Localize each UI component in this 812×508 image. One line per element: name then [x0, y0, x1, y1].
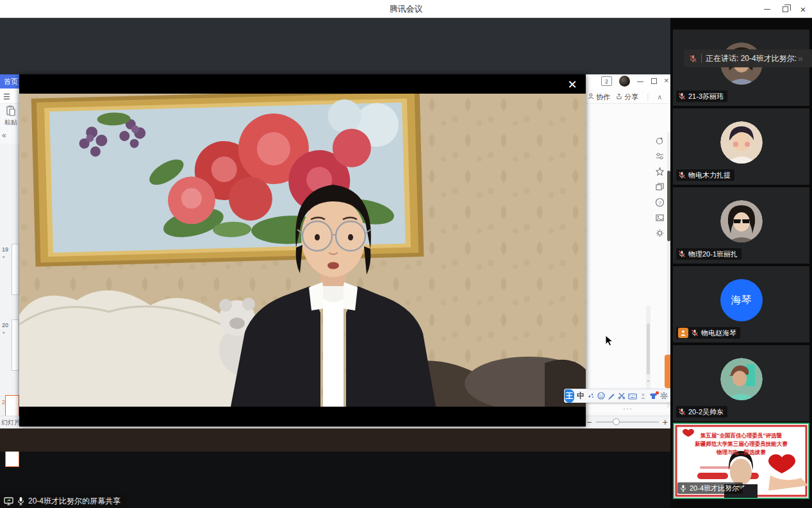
ime-skin-icon[interactable]	[649, 393, 658, 400]
banner-mic-icon	[17, 496, 24, 505]
shared-taskbar: 7°C 多云 W ∧ 中	[0, 428, 670, 452]
inner-scrollbar-thumb[interactable]	[647, 323, 650, 375]
speaking-toast: 正在讲话: 20-4班才比努尔: »	[684, 49, 812, 67]
ime-mode-toggle[interactable]: 中	[577, 391, 584, 402]
avatar	[720, 200, 763, 242]
floating-pen-tool[interactable]	[665, 355, 670, 388]
participant-name: 物理20-1班丽扎	[688, 250, 738, 259]
slide-thumbnail-panel: 19 * 20 * 21	[0, 144, 19, 416]
window-minimize-button[interactable]	[758, 0, 776, 18]
name-badge: 21-3苏丽玮	[676, 90, 727, 102]
toast-text: 正在讲话: 20-4班才比努尔:	[706, 53, 797, 64]
ime-voice-icon[interactable]	[587, 392, 595, 400]
collab-label[interactable]: 协作	[588, 92, 610, 102]
ppt-close-icon[interactable]: ×	[664, 76, 669, 85]
slide-number: 20	[2, 322, 8, 328]
toast-divider	[701, 54, 702, 63]
name-badge: 物理20-1班丽扎	[676, 248, 742, 260]
window-restore-button[interactable]	[776, 0, 794, 18]
ppt-side-toolbar: ?	[653, 136, 666, 238]
screen-share-banner: 20-4班才比努尔的屏幕共享	[0, 494, 127, 508]
ime-settings-icon[interactable]	[660, 392, 668, 400]
toast-chevron-icon: »	[798, 53, 803, 64]
participant-name: 物电赵海琴	[701, 328, 736, 338]
name-badge: 20-2吴帅东	[676, 406, 727, 418]
more-ellipsis[interactable]: ···	[623, 404, 633, 413]
close-icon: ×	[800, 4, 806, 14]
slide-thumbnail[interactable]	[12, 319, 19, 371]
participant-tile[interactable]: 20-2吴帅东	[673, 345, 809, 421]
svg-text:?: ?	[658, 200, 661, 206]
share-banner-text: 20-4班才比努尔的屏幕共享	[28, 496, 120, 507]
mic-muted-icon	[678, 92, 686, 100]
collab-person-icon	[588, 93, 594, 99]
help-icon[interactable]: ?	[655, 198, 665, 207]
adjust-sliders-icon[interactable]	[655, 151, 665, 161]
zoom-slider[interactable]	[596, 421, 659, 423]
collapse-ribbon-icon[interactable]: ∧	[657, 93, 662, 101]
tencent-meeting-window: 腾讯会议 × 首页 ☰ 粘贴 « 19 * 20 * 21 2 ×	[0, 0, 812, 508]
zoom-control: − +	[587, 417, 668, 427]
participant-tile-speaking[interactable]: ​ ​ ​ 第五届“全国百佳心理委员”评选暨 新疆师范大学第三届心理委员技能大赛…	[673, 423, 809, 499]
ime-scissors-icon[interactable]	[618, 392, 626, 400]
hand-raised-badge	[678, 328, 688, 338]
ime-logo-icon[interactable]: 王	[565, 389, 574, 403]
participant-tile[interactable]: 21-3苏丽玮	[673, 30, 809, 106]
avatar-text: 海琴	[720, 279, 763, 321]
paste-icon	[6, 105, 16, 117]
zoom-in-icon[interactable]: +	[663, 417, 668, 427]
name-badge: 物电赵海琴	[676, 327, 740, 339]
video-close-button[interactable]: ✕	[564, 77, 581, 92]
share-arrow-icon	[616, 93, 622, 99]
more-menu-icon[interactable]: ⋮	[644, 93, 651, 101]
ime-keyboard-icon[interactable]	[628, 393, 637, 400]
zoom-slider-thumb[interactable]	[613, 418, 620, 425]
ppt-account-avatar[interactable]	[619, 76, 630, 87]
window-close-button[interactable]: ×	[794, 0, 812, 18]
participants-panel: 21-3苏丽玮 物电木力扎提 物理20-1班丽扎 海琴	[670, 18, 812, 508]
paste-button[interactable]: 粘贴	[1, 105, 21, 127]
toast-mic-icon	[689, 55, 697, 63]
ppt-restore-icon[interactable]	[651, 78, 657, 84]
laser-tool-icon[interactable]	[655, 136, 665, 146]
mic-muted-icon	[678, 408, 686, 416]
mic-muted-icon	[678, 250, 686, 258]
avatar	[720, 358, 763, 400]
ime-person-icon[interactable]	[640, 393, 647, 400]
name-badge: 物电木力扎提	[676, 169, 734, 181]
mic-on-icon	[679, 484, 687, 492]
slide-thumbnail[interactable]	[12, 244, 19, 295]
mic-muted-icon	[691, 329, 699, 337]
mic-muted-icon	[678, 171, 686, 179]
name-badge: 20-4班才比努尔	[677, 482, 743, 494]
participant-name: 20-2吴帅东	[688, 407, 724, 417]
share-label[interactable]: 分享	[616, 92, 638, 102]
layout-layers-icon[interactable]	[655, 182, 665, 192]
participant-tile[interactable]: 物电木力扎提	[673, 108, 809, 185]
effects-star-icon[interactable]	[655, 167, 665, 176]
floating-video-window: ✕	[19, 74, 586, 427]
participant-name: 20-4班才比努尔	[690, 484, 739, 493]
settings-gear-icon[interactable]	[655, 228, 665, 238]
zoom-out-icon[interactable]: −	[587, 418, 592, 427]
mouse-cursor	[605, 335, 613, 347]
slide-title-lines: 第五届“全国百佳心理委员”评选暨 新疆师范大学第三届心理委员技能大赛 物理与电……	[674, 432, 808, 457]
inner-scrollbar[interactable]	[646, 305, 650, 389]
slide-star: *	[3, 255, 5, 261]
ime-emoji-icon[interactable]	[597, 392, 605, 400]
participant-tile[interactable]: 海琴 物电赵海琴	[673, 266, 809, 343]
app-titlebar: 腾讯会议 ×	[0, 0, 812, 18]
participant-name: 21-3苏丽玮	[688, 92, 724, 101]
hamburger-menu-icon[interactable]: ☰	[3, 92, 12, 101]
ime-pen-icon[interactable]	[608, 392, 615, 400]
participant-name: 物电木力扎提	[688, 171, 731, 180]
app-title: 腾讯会议	[0, 0, 812, 18]
participant-tile[interactable]: 物理20-1班丽扎	[673, 187, 809, 264]
ppt-minimize-icon[interactable]	[637, 81, 643, 82]
export-image-icon[interactable]	[655, 213, 665, 223]
prev-slide-chevron[interactable]: ⌃	[646, 380, 650, 385]
collapse-panel-icon[interactable]: «	[2, 131, 6, 140]
notification-dot	[656, 391, 659, 394]
ime-toolbar: 王 中	[564, 389, 671, 403]
slide-star: *	[3, 330, 5, 337]
